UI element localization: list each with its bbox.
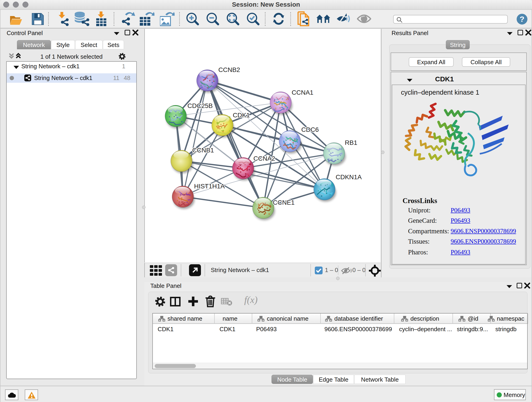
svg-text:CCNE1: CCNE1: [273, 199, 295, 206]
svg-text:HIST1H1A: HIST1H1A: [194, 183, 225, 190]
svg-text:CCNB2: CCNB2: [218, 66, 240, 73]
svg-text:CCNA2: CCNA2: [253, 155, 275, 162]
svg-text:RB1: RB1: [345, 139, 357, 146]
svg-text:CDC6: CDC6: [301, 126, 319, 133]
svg-text:CCNB1: CCNB1: [192, 147, 214, 154]
svg-text:CDK1: CDK1: [233, 112, 250, 119]
svg-text:CDC25B: CDC25B: [187, 102, 213, 109]
svg-text:CCNA1: CCNA1: [292, 89, 313, 96]
svg-text:CDKN1A: CDKN1A: [336, 173, 362, 181]
